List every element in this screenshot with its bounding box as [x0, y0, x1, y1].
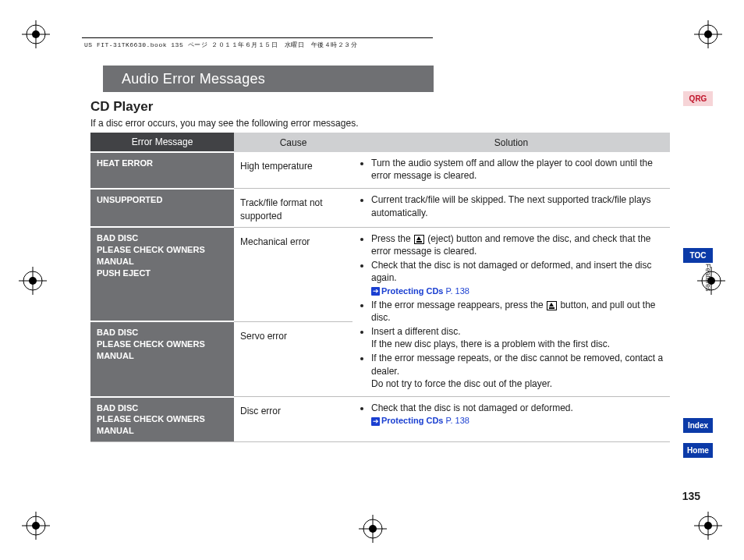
solution-item: If the error message repeats, or the dis… — [371, 352, 664, 390]
table-row: BAD DISC PLEASE CHECK OWNERS MANUAL Disc… — [90, 397, 670, 442]
registration-mark-icon — [22, 20, 50, 48]
xref-link[interactable]: Protecting CDs — [381, 416, 443, 425]
eject-icon — [547, 301, 557, 310]
book-meta: US FIT-31TK6630.book 135 ページ ２０１１年６月１５日 … — [84, 41, 357, 49]
xref-arrow-icon: ➔ — [371, 287, 380, 296]
tab-toc[interactable]: TOC — [683, 248, 713, 263]
registration-mark-icon — [694, 512, 722, 540]
cause-cell: Track/file format not supported — [234, 189, 353, 227]
page-title: Audio Error Messages — [103, 66, 434, 92]
table-row: UNSUPPORTED Track/file format not suppor… — [90, 189, 670, 227]
registration-mark-icon — [19, 267, 47, 295]
solution-item: Insert a different disc. If the new disc… — [371, 325, 664, 350]
solution-cell: Press the (eject) button and remove the … — [353, 227, 670, 396]
error-table: Error Message Cause Solution HEAT ERROR … — [90, 133, 670, 442]
table-row: BAD DISC PLEASE CHECK OWNERS MANUAL PUSH… — [90, 227, 670, 321]
solution-item: Press the (eject) button and remove the … — [371, 232, 664, 257]
solution-cell: Turn the audio system off and allow the … — [353, 152, 670, 189]
intro-text: If a disc error occurs, you may see the … — [90, 118, 358, 129]
cause-cell: High temperature — [234, 152, 353, 189]
tab-qrg[interactable]: QRG — [683, 91, 713, 106]
registration-mark-icon — [359, 515, 387, 543]
eject-icon — [414, 235, 424, 244]
error-cell: BAD DISC PLEASE CHECK OWNERS MANUAL — [90, 397, 234, 442]
error-cell: BAD DISC PLEASE CHECK OWNERS MANUAL PUSH… — [90, 227, 234, 321]
cause-cell: Mechanical error — [234, 227, 353, 321]
solution-item: Current track/file will be skipped. The … — [371, 193, 664, 218]
registration-mark-icon — [694, 20, 722, 48]
col-header-error: Error Message — [90, 133, 234, 152]
error-cell: HEAT ERROR — [90, 152, 234, 189]
solution-item: Turn the audio system off and allow the … — [371, 157, 664, 182]
cause-cell: Servo error — [234, 321, 353, 396]
error-cell: BAD DISC PLEASE CHECK OWNERS MANUAL — [90, 321, 234, 396]
solution-item: Check that the disc is not damaged or de… — [371, 402, 664, 427]
solution-item: Check that the disc is not damaged or de… — [371, 259, 664, 297]
xref-link[interactable]: Protecting CDs — [381, 286, 443, 296]
col-header-solution: Solution — [353, 133, 670, 152]
tab-features[interactable]: Features — [702, 264, 713, 293]
cause-cell: Disc error — [234, 397, 353, 442]
table-row: HEAT ERROR High temperature Turn the aud… — [90, 152, 670, 189]
solution-cell: Check that the disc is not damaged or de… — [353, 397, 670, 442]
xref-arrow-icon: ➔ — [371, 417, 380, 426]
error-cell: UNSUPPORTED — [90, 189, 234, 227]
header-rule — [82, 37, 433, 38]
col-header-cause: Cause — [234, 133, 353, 152]
section-heading: CD Player — [90, 99, 153, 115]
solution-item: If the error message reappears, press th… — [371, 299, 664, 324]
tab-home[interactable]: Home — [683, 443, 713, 458]
page-number: 135 — [682, 490, 700, 502]
tab-index[interactable]: Index — [683, 418, 713, 433]
solution-cell: Current track/file will be skipped. The … — [353, 189, 670, 227]
registration-mark-icon — [22, 512, 50, 540]
